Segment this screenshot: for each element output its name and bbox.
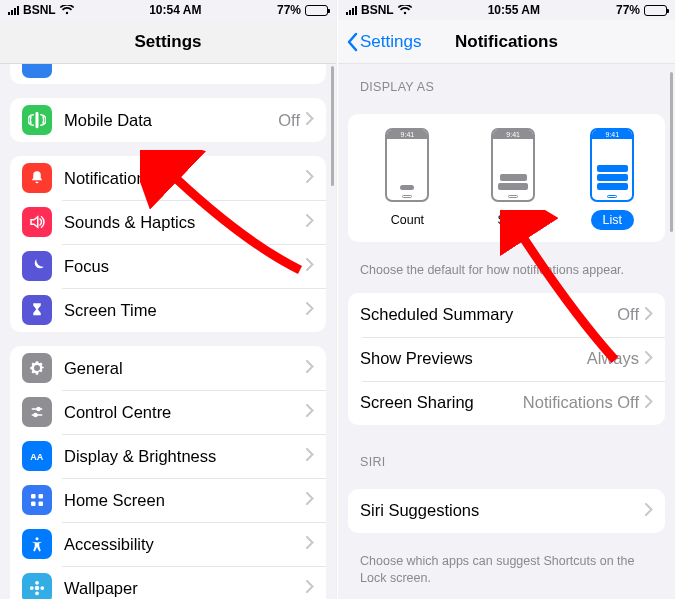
row-screen-time[interactable]: Screen Time — [10, 288, 326, 332]
nav-bar: Settings — [0, 20, 336, 64]
chevron-right-icon — [306, 447, 314, 465]
accessibility-icon — [22, 529, 52, 559]
svg-point-0 — [37, 408, 40, 411]
row-display-brightness[interactable]: AA Display & Brightness — [10, 434, 326, 478]
row-label: Display & Brightness — [64, 447, 306, 466]
flower-icon — [22, 573, 52, 599]
chevron-right-icon — [306, 403, 314, 421]
row-mobile-data[interactable]: Mobile Data Off — [10, 98, 326, 142]
svg-point-11 — [30, 586, 34, 590]
row-scheduled-summary[interactable]: Scheduled Summary Off — [348, 293, 665, 337]
section-header-notification-style: Notification Style — [338, 587, 675, 599]
row-value: Always — [587, 349, 639, 368]
signal-icon — [346, 6, 357, 15]
speaker-icon — [22, 207, 52, 237]
app-grid-icon — [22, 485, 52, 515]
row-wallpaper[interactable]: Wallpaper — [10, 566, 326, 599]
chevron-right-icon — [306, 491, 314, 509]
antenna-icon — [22, 105, 52, 135]
back-label: Settings — [360, 32, 421, 52]
moon-icon — [22, 251, 52, 281]
screenshot-notifications: BSNL 10:55 AM 77% Settings Notifications… — [338, 0, 675, 599]
row-focus[interactable]: Focus — [10, 244, 326, 288]
battery-pct: 77% — [277, 3, 301, 17]
option-label: Count — [379, 210, 436, 230]
row-label: Home Screen — [64, 491, 306, 510]
svg-point-9 — [35, 581, 39, 585]
svg-rect-4 — [39, 494, 44, 499]
screenshot-settings: BSNL 10:54 AM 77% Settings Mobile Data O… — [0, 0, 337, 599]
chevron-left-icon — [346, 32, 358, 52]
svg-point-8 — [35, 586, 40, 591]
bell-icon — [22, 163, 52, 193]
svg-rect-3 — [31, 494, 36, 499]
battery-icon — [305, 5, 328, 16]
carrier-label: BSNL — [23, 3, 56, 17]
svg-point-12 — [40, 586, 44, 590]
scrollbar[interactable] — [670, 72, 673, 232]
svg-text:AA: AA — [30, 452, 43, 462]
chevron-right-icon — [645, 306, 653, 324]
section-footer-display-as: Choose the default for how notifications… — [338, 256, 675, 279]
row-label: Mobile Data — [64, 111, 278, 130]
status-bar: BSNL 10:54 AM 77% — [0, 0, 336, 20]
gear-icon — [22, 353, 52, 383]
row-screen-sharing[interactable]: Screen Sharing Notifications Off — [348, 381, 665, 425]
wifi-icon — [398, 5, 412, 15]
row-label: Focus — [64, 257, 306, 276]
row-accessibility[interactable]: Accessibility — [10, 522, 326, 566]
chevron-right-icon — [306, 579, 314, 597]
chevron-right-icon — [645, 394, 653, 412]
section-header-display-as: Display As — [338, 64, 675, 100]
row-truncated-top — [10, 64, 326, 84]
section-footer-siri: Choose which apps can suggest Shortcuts … — [338, 547, 675, 587]
svg-rect-5 — [31, 502, 36, 507]
display-as-stack[interactable]: 9:41 Stack — [486, 128, 541, 230]
display-as-picker: 9:41 Count 9:41 Stack 9:41 List — [348, 114, 665, 242]
carrier-label: BSNL — [361, 3, 394, 17]
row-notifications[interactable]: Notifications — [10, 156, 326, 200]
chevron-right-icon — [306, 359, 314, 377]
sliders-icon — [22, 397, 52, 427]
svg-rect-6 — [39, 502, 44, 507]
chevron-right-icon — [645, 350, 653, 368]
row-value: Notifications Off — [523, 393, 639, 412]
back-button[interactable]: Settings — [346, 32, 421, 52]
signal-icon — [8, 6, 19, 15]
display-as-list[interactable]: 9:41 List — [590, 128, 634, 230]
row-show-previews[interactable]: Show Previews Always — [348, 337, 665, 381]
section-header-siri: Siri — [338, 439, 675, 475]
chevron-right-icon — [306, 301, 314, 319]
chevron-right-icon — [306, 257, 314, 275]
svg-point-1 — [34, 414, 37, 417]
row-label: Show Previews — [360, 349, 587, 368]
row-label: Accessibility — [64, 535, 306, 554]
row-label: Control Centre — [64, 403, 306, 422]
chevron-right-icon — [306, 535, 314, 553]
nav-bar: Settings Notifications — [338, 20, 675, 64]
wifi-icon — [60, 5, 74, 15]
row-siri-suggestions[interactable]: Siri Suggestions — [348, 489, 665, 533]
row-home-screen[interactable]: Home Screen — [10, 478, 326, 522]
svg-point-7 — [36, 537, 39, 540]
hourglass-icon — [22, 295, 52, 325]
scrollbar[interactable] — [331, 66, 334, 186]
option-label: Stack — [486, 210, 541, 230]
clock: 10:54 AM — [74, 3, 277, 17]
chevron-right-icon — [306, 111, 314, 129]
row-sounds[interactable]: Sounds & Haptics — [10, 200, 326, 244]
page-title: Settings — [134, 32, 201, 52]
row-label: Sounds & Haptics — [64, 213, 306, 232]
row-label: Wallpaper — [64, 579, 306, 598]
chevron-right-icon — [306, 169, 314, 187]
battery-pct: 77% — [616, 3, 640, 17]
row-label: Screen Time — [64, 301, 306, 320]
row-label: Notifications — [64, 169, 306, 188]
display-as-count[interactable]: 9:41 Count — [379, 128, 436, 230]
status-bar: BSNL 10:55 AM 77% — [338, 0, 675, 20]
chevron-right-icon — [306, 213, 314, 231]
row-general[interactable]: General — [10, 346, 326, 390]
row-control-centre[interactable]: Control Centre — [10, 390, 326, 434]
row-value: Off — [278, 111, 300, 130]
svg-point-10 — [35, 591, 39, 595]
